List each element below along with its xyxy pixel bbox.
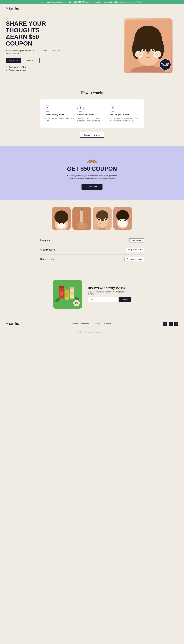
svg-point-20: [136, 52, 142, 56]
svg-rect-52: [94, 220, 95, 224]
logo: ✳ Lumina: [6, 7, 19, 10]
coupon-title: GET $50 COUPON: [6, 166, 178, 172]
footer-social: f ✕ ◎: [163, 322, 178, 326]
footer-nav: Survey Locations Subscribe Contact: [72, 322, 111, 325]
rainbow-icon: [86, 156, 98, 164]
step-desc-1: Discover our brief skincare survey just …: [45, 117, 74, 122]
svg-rect-75: [70, 291, 74, 295]
svg-point-31: [63, 224, 66, 227]
coupon-section: GET $50 COUPON Enhance your beauty routi…: [0, 146, 184, 200]
coupon-desc: Enhance your beauty routine! Answer a fe…: [65, 174, 119, 180]
footer-nav-subscribe[interactable]: Subscribe: [92, 322, 101, 325]
gallery-item-1: [52, 207, 71, 230]
gallery-item-3: [93, 207, 111, 230]
hero-title: SHARE YOUR THOUGHTS &EARN $50 COUPON: [6, 20, 66, 47]
subscribe-button[interactable]: Subscribe: [119, 297, 131, 302]
hero-start-survey-button[interactable]: Start survey: [6, 58, 21, 63]
start-survey-button[interactable]: Start survey: [82, 184, 103, 190]
check-icon-1: ✔: [6, 66, 7, 68]
start-survey-win-button[interactable]: Start survey and win: [80, 132, 104, 138]
hero-buttons: Start survey How it works: [6, 58, 66, 63]
hero-check-label-1: Shape our product line: [9, 66, 26, 68]
svg-point-13: [147, 52, 149, 54]
email-input[interactable]: [88, 297, 119, 302]
instagram-button[interactable]: @lumibeauty: [129, 238, 144, 242]
instagram-label: Instagram: [40, 239, 50, 242]
logo-icon: ✳: [6, 7, 8, 10]
email-row: Subscribe: [88, 297, 131, 302]
svg-point-21: [154, 52, 161, 56]
coupon-badge: GET $50 COUPON: [160, 59, 171, 70]
shop-label: Shop Products: [40, 248, 55, 251]
shop-products-button[interactable]: Shop all products: [126, 248, 144, 252]
logo-text: Lumina: [9, 7, 19, 10]
link-row-instagram: Instagram @lumibeauty: [40, 236, 144, 245]
svg-rect-67: [59, 286, 64, 288]
svg-point-50: [105, 219, 107, 220]
gallery-item-4: [113, 207, 132, 230]
svg-point-30: [57, 224, 60, 227]
how-it-works-title: How it works: [6, 90, 178, 95]
step-desc-2: Share your skincare needs and experience…: [77, 117, 107, 122]
step-title-2: Answer questions: [77, 114, 107, 116]
step-desc-3: Receive your $50 coupon as a thank you f…: [110, 117, 139, 122]
gallery-section: Instagram @lumibeauty Shop Products Shop…: [0, 200, 184, 271]
twitter-x-icon[interactable]: ✕: [169, 322, 173, 326]
banner-highlight: $50 COUPON: [74, 1, 85, 3]
hero-subtitle: Help us enhance your skincare experience…: [6, 49, 66, 55]
svg-point-36: [81, 208, 83, 210]
footer-logo-icon: ✳: [6, 322, 8, 326]
footer-copyright: © 2024 Lumina, Inc. All rights reserved.: [6, 329, 178, 333]
svg-point-12: [153, 50, 153, 50]
footer-nav-survey[interactable]: Survey: [72, 322, 78, 325]
svg-rect-74: [65, 292, 68, 297]
hero-check-label-2: Enhance your skincare: [9, 69, 26, 71]
hero-image: GET $50 COUPON: [124, 18, 173, 73]
newsletter-right: Discover our beauty secrets Subscribe fo…: [88, 286, 131, 302]
step-number-3: 3: [110, 105, 116, 112]
newsletter-title: Discover our beauty secrets: [88, 286, 131, 290]
banner-text-after: for your next purchase! Your feedback he…: [85, 1, 143, 3]
facebook-icon[interactable]: f: [163, 322, 167, 326]
step-2: 2 Answer questions Share your skincare n…: [77, 105, 107, 122]
svg-point-32: [60, 226, 63, 229]
svg-point-42: [81, 223, 82, 225]
footer-nav-contact[interactable]: Contact: [104, 322, 111, 325]
svg-point-9: [143, 49, 145, 51]
link-row-shop: Shop Products Shop all products: [40, 245, 144, 254]
step-1: 1 Locate survey below Discover our brief…: [45, 105, 74, 122]
navbar: ✳ Lumina: [0, 4, 184, 13]
hero-checks: ✔ Shape our product line ✔ Enhance your …: [6, 66, 66, 71]
footer-nav-locations[interactable]: Locations: [81, 322, 89, 325]
hero-left: SHARE YOUR THOUGHTS &EARN $50 COUPON Hel…: [6, 20, 66, 72]
newsletter-image: LUMI WHAT'S NEW: [53, 280, 82, 308]
gallery-grid: [6, 207, 178, 230]
footer-logo: ✳ Lumina: [6, 322, 19, 326]
step-title-3: Receive $50 Coupon: [110, 114, 139, 116]
instagram-icon[interactable]: ◎: [174, 322, 178, 326]
step-number-2: 2: [77, 105, 84, 112]
hero-right: GET $50 COUPON: [118, 18, 178, 73]
svg-rect-69: [65, 289, 69, 290]
footer-logo-text: Lumina: [9, 322, 19, 325]
link-row-store: Store Locations Find store locations: [40, 254, 144, 264]
gallery-item-2: [73, 207, 91, 230]
step-3: 3 Receive $50 Coupon Receive your $50 co…: [110, 105, 139, 122]
hero-section: SHARE YOUR THOUGHTS &EARN $50 COUPON Hel…: [0, 13, 184, 82]
footer: ✳ Lumina Survey Locations Subscribe Cont…: [0, 317, 184, 336]
how-it-works-section: How it works 1 Locate survey below Disco…: [0, 82, 184, 146]
footer-main: ✳ Lumina Survey Locations Subscribe Cont…: [6, 322, 178, 326]
step-title-1: Locate survey below: [45, 114, 74, 116]
svg-point-24: [55, 210, 68, 224]
newsletter-section: LUMI WHAT'S NEW Discover our beauty secr…: [0, 271, 184, 317]
svg-rect-53: [95, 220, 97, 224]
top-banner: Share your skincare insights and receive…: [0, 0, 184, 4]
whats-new-badge: WHAT'S NEW: [73, 300, 80, 306]
steps-card: 1 Locate survey below Discover our brief…: [40, 100, 144, 128]
newsletter-subtitle: Subscribe for exclusive skincare tips an…: [88, 291, 131, 295]
store-locations-button[interactable]: Find store locations: [124, 257, 144, 261]
hero-how-it-works-button[interactable]: How it works: [23, 58, 40, 63]
svg-point-10: [152, 49, 154, 51]
hero-check-1: ✔ Shape our product line: [6, 66, 66, 68]
svg-point-58: [118, 219, 127, 227]
